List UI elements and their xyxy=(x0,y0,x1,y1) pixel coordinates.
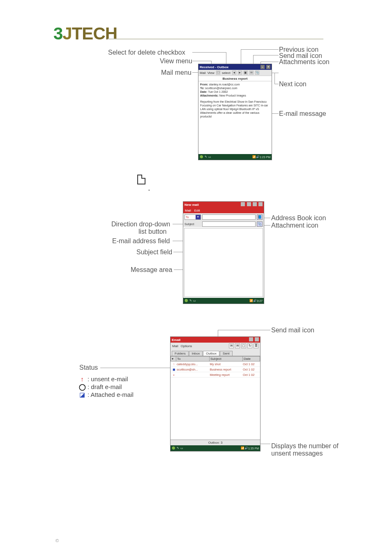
list-icon[interactable]: ≣ xyxy=(254,343,258,348)
start-icon[interactable]: 🟢 xyxy=(200,155,203,159)
refresh-icon[interactable]: ↻ xyxy=(247,343,252,348)
logo: 3JTECH xyxy=(53,24,117,44)
date-label: Date: xyxy=(200,90,208,93)
draft-icon: ◯ xyxy=(79,384,85,390)
document-icon xyxy=(137,175,145,184)
cell-to: cateddyyy.sto... xyxy=(177,362,210,366)
vol-icon: 🔊 xyxy=(253,299,257,302)
window-icon[interactable]: ▭ xyxy=(193,299,196,302)
doc-icon[interactable]: ▢ xyxy=(241,343,246,348)
cell-to: scotticon@sh... xyxy=(177,368,210,371)
logo-j: J xyxy=(62,24,71,43)
prev-icon[interactable]: ◄ xyxy=(232,71,236,75)
titlebar-icons: – × xyxy=(260,65,270,69)
address-book-icon[interactable]: 📘 xyxy=(257,214,263,220)
attach-icon[interactable]: 📎 xyxy=(255,71,259,75)
attachment-icon[interactable]: 📎 xyxy=(257,221,263,227)
titlebar-min-icon[interactable]: – xyxy=(261,65,265,69)
menu-mail[interactable]: Mail xyxy=(172,344,178,348)
menu-mail[interactable]: Mail xyxy=(185,209,191,212)
titlebar-icon[interactable] xyxy=(249,337,253,341)
delete-checkbox-label: select xyxy=(222,71,231,75)
net-icon: 📶 xyxy=(252,155,256,159)
send-mail-icon[interactable]: ✉ xyxy=(235,343,240,348)
logo-three: 3 xyxy=(53,24,62,43)
col-subject[interactable]: Subject xyxy=(210,356,243,362)
menu-mail[interactable]: Mail xyxy=(200,71,206,75)
titlebar-icon[interactable] xyxy=(253,202,257,206)
line xyxy=(274,73,275,84)
legend-draft: ◯ : draft e-mail xyxy=(79,383,134,390)
label-direction-dropdown: Direction drop-down xyxy=(111,221,170,228)
to-label: To: xyxy=(200,87,204,90)
task-time: 1:35 PM xyxy=(248,447,259,450)
label-status: Status xyxy=(79,364,98,371)
delete-checkbox[interactable]: ☐ xyxy=(216,71,220,75)
label-select-delete: Select for delete checkbox xyxy=(108,49,185,56)
outbox-window: Email Mail Options ✉ ✉ ▢ ↻ ≣ Folders Inb… xyxy=(170,336,261,451)
label-mail-menu: Mail menu xyxy=(161,69,191,76)
table-row[interactable]: ◼ scotticon@sh... Business report Oct 1 … xyxy=(171,367,260,372)
menubar: Mail View ☐ select ◄ ► ▣ ✉ 📎 xyxy=(198,70,272,76)
next-nav-icon[interactable]: ► xyxy=(238,71,242,75)
start-icon[interactable]: 🟢 xyxy=(184,299,188,302)
copyright: © xyxy=(55,538,59,543)
col-status[interactable]: ▾ xyxy=(171,356,176,362)
titlebar-icon[interactable] xyxy=(247,202,251,206)
pen-icon[interactable]: ✎ xyxy=(189,299,192,302)
cell-date: Oct 1 02 xyxy=(243,368,260,371)
col-to[interactable]: To xyxy=(176,356,210,362)
table-row[interactable]: ↑ cateddyyy.sto... My shot Oct 1 02 xyxy=(171,362,260,367)
email-message-window: Received - Outbox – × Mail View ☐ select… xyxy=(198,64,272,160)
tab-folders[interactable]: Folders xyxy=(172,351,189,356)
titlebar-icon[interactable] xyxy=(255,337,259,341)
unsent-icon: ↑ xyxy=(79,376,85,382)
window-title: Email xyxy=(172,338,248,342)
menu-view[interactable]: View xyxy=(208,71,214,75)
to-label: To xyxy=(186,216,189,219)
status-icon: • xyxy=(171,373,177,377)
label-subject-field: Subject field xyxy=(136,249,172,256)
cell-date: Oct 1 02 xyxy=(243,373,260,377)
folder-tabs: Folders Inbox Outbox Sent xyxy=(171,349,260,356)
new-mail-icon[interactable]: ✉ xyxy=(229,343,234,348)
taskbar: 🟢 ✎ ▭ 📶 🔊 1:35 PM xyxy=(171,445,260,451)
tab-sent[interactable]: Sent xyxy=(220,351,232,356)
dropdown-caret-icon[interactable]: ▾ xyxy=(196,215,201,219)
titlebar-close-icon[interactable]: × xyxy=(266,65,270,69)
send-icon[interactable]: ✉ xyxy=(249,71,254,75)
line xyxy=(100,368,172,368)
titlebar-icon[interactable] xyxy=(258,202,263,206)
table-row[interactable]: • Meeting report Oct 1 02 xyxy=(171,372,260,378)
legend-unsent: ↑ : unsent e-mail xyxy=(79,375,134,382)
start-icon[interactable]: 🟢 xyxy=(172,447,175,450)
tab-inbox[interactable]: Inbox xyxy=(189,351,203,356)
window-icon[interactable]: ▭ xyxy=(208,155,211,159)
label-attachment-icon: Attachment icon xyxy=(271,222,318,229)
titlebar-icon[interactable] xyxy=(241,202,245,206)
document-dot: . xyxy=(148,183,150,193)
header-rule xyxy=(108,39,323,39)
window-icon[interactable]: ▭ xyxy=(180,447,183,450)
pen-icon[interactable]: ✎ xyxy=(177,447,179,450)
label-email-message: E-mail message xyxy=(279,110,326,117)
col-date[interactable]: Date xyxy=(243,356,260,362)
subject-field[interactable] xyxy=(202,221,256,227)
email-address-field[interactable] xyxy=(202,214,256,220)
from-label: From: xyxy=(200,83,208,86)
cell-subject: Meeting report xyxy=(210,373,243,377)
label-message-area: Message area xyxy=(131,266,172,274)
message-area[interactable] xyxy=(184,228,263,297)
direction-dropdown[interactable]: To ▾ xyxy=(184,214,201,220)
menubar: Mail Options ✉ ✉ ▢ ↻ ≣ xyxy=(171,343,260,349)
pen-icon[interactable]: ✎ xyxy=(205,155,207,159)
menu-edit[interactable]: Edit xyxy=(194,209,200,212)
line xyxy=(218,330,270,330)
tab-outbox[interactable]: Outbox xyxy=(203,351,219,356)
subject-row: Subject 📎 xyxy=(183,221,264,227)
window-title: Received - Outbox xyxy=(200,65,260,69)
open-icon[interactable]: ▣ xyxy=(244,71,248,75)
line xyxy=(272,113,279,114)
menu-options[interactable]: Options xyxy=(181,344,192,348)
message-rows: ↑ cateddyyy.sto... My shot Oct 1 02 ◼ sc… xyxy=(171,362,260,378)
